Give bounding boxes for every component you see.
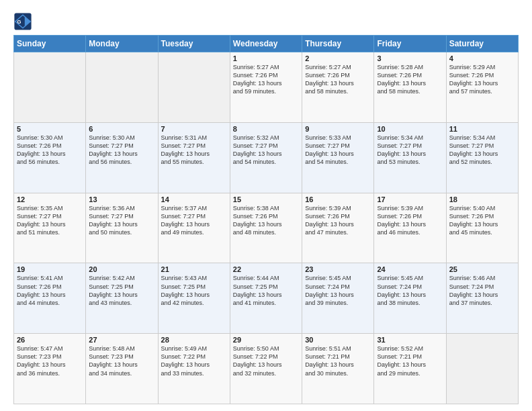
day-number: 31	[377, 336, 443, 344]
day-number: 24	[377, 265, 443, 273]
calendar-week-row: 1Sunrise: 5:27 AM Sunset: 7:26 PM Daylig…	[14, 52, 519, 123]
calendar-cell: 24Sunrise: 5:45 AM Sunset: 7:24 PM Dayli…	[374, 263, 446, 334]
day-info: Sunrise: 5:42 AM Sunset: 7:25 PM Dayligh…	[89, 274, 154, 307]
day-number: 1	[233, 54, 299, 62]
day-info: Sunrise: 5:29 AM Sunset: 7:26 PM Dayligh…	[449, 63, 515, 96]
calendar-cell: 23Sunrise: 5:45 AM Sunset: 7:24 PM Dayli…	[302, 263, 374, 334]
day-number: 14	[161, 195, 227, 203]
weekday-header-sunday: Sunday	[14, 36, 86, 52]
day-number: 30	[305, 336, 371, 344]
day-info: Sunrise: 5:40 AM Sunset: 7:26 PM Dayligh…	[449, 204, 515, 237]
day-number: 2	[305, 54, 371, 62]
day-number: 16	[305, 195, 371, 203]
day-number: 20	[89, 265, 154, 273]
weekday-header-monday: Monday	[86, 36, 158, 52]
weekday-header-saturday: Saturday	[446, 36, 518, 52]
day-number: 28	[161, 336, 227, 344]
day-number: 13	[89, 195, 154, 203]
day-info: Sunrise: 5:33 AM Sunset: 7:27 PM Dayligh…	[305, 134, 371, 167]
calendar-week-row: 5Sunrise: 5:30 AM Sunset: 7:26 PM Daylig…	[14, 122, 519, 193]
calendar-cell	[14, 52, 86, 123]
svg-text:G: G	[17, 19, 21, 25]
day-info: Sunrise: 5:34 AM Sunset: 7:27 PM Dayligh…	[377, 134, 443, 167]
day-info: Sunrise: 5:50 AM Sunset: 7:22 PM Dayligh…	[233, 345, 299, 377]
day-info: Sunrise: 5:51 AM Sunset: 7:21 PM Dayligh…	[305, 345, 371, 377]
calendar-cell: 18Sunrise: 5:40 AM Sunset: 7:26 PM Dayli…	[446, 193, 518, 263]
day-info: Sunrise: 5:45 AM Sunset: 7:24 PM Dayligh…	[377, 274, 443, 307]
calendar-cell: 20Sunrise: 5:42 AM Sunset: 7:25 PM Dayli…	[86, 263, 158, 334]
calendar-cell: 21Sunrise: 5:43 AM Sunset: 7:25 PM Dayli…	[158, 263, 230, 334]
day-number: 26	[17, 336, 83, 344]
calendar-cell: 16Sunrise: 5:39 AM Sunset: 7:26 PM Dayli…	[302, 193, 374, 263]
calendar-cell: 5Sunrise: 5:30 AM Sunset: 7:26 PM Daylig…	[14, 122, 86, 193]
day-info: Sunrise: 5:47 AM Sunset: 7:23 PM Dayligh…	[17, 345, 83, 377]
calendar-cell	[446, 334, 518, 404]
calendar-week-row: 26Sunrise: 5:47 AM Sunset: 7:23 PM Dayli…	[14, 334, 519, 404]
day-number: 3	[377, 54, 443, 62]
calendar-week-row: 19Sunrise: 5:41 AM Sunset: 7:26 PM Dayli…	[14, 263, 519, 334]
day-info: Sunrise: 5:27 AM Sunset: 7:26 PM Dayligh…	[305, 63, 371, 96]
day-info: Sunrise: 5:39 AM Sunset: 7:26 PM Dayligh…	[305, 204, 371, 237]
calendar-cell: 13Sunrise: 5:36 AM Sunset: 7:27 PM Dayli…	[86, 193, 158, 263]
calendar-cell: 30Sunrise: 5:51 AM Sunset: 7:21 PM Dayli…	[302, 334, 374, 404]
day-number: 8	[233, 125, 299, 133]
day-info: Sunrise: 5:44 AM Sunset: 7:25 PM Dayligh…	[233, 274, 299, 307]
logo: G	[13, 12, 34, 31]
calendar-cell: 2Sunrise: 5:27 AM Sunset: 7:26 PM Daylig…	[302, 52, 374, 123]
day-info: Sunrise: 5:30 AM Sunset: 7:27 PM Dayligh…	[89, 134, 154, 167]
header: G	[13, 12, 519, 31]
calendar-cell: 9Sunrise: 5:33 AM Sunset: 7:27 PM Daylig…	[302, 122, 374, 193]
day-info: Sunrise: 5:30 AM Sunset: 7:26 PM Dayligh…	[17, 134, 83, 167]
day-info: Sunrise: 5:48 AM Sunset: 7:23 PM Dayligh…	[89, 345, 154, 377]
day-number: 21	[161, 265, 227, 273]
calendar-cell: 4Sunrise: 5:29 AM Sunset: 7:26 PM Daylig…	[446, 52, 518, 123]
day-info: Sunrise: 5:27 AM Sunset: 7:26 PM Dayligh…	[233, 63, 299, 96]
day-number: 6	[89, 125, 154, 133]
calendar-cell	[158, 52, 230, 123]
calendar-cell: 17Sunrise: 5:39 AM Sunset: 7:26 PM Dayli…	[374, 193, 446, 263]
calendar-cell: 25Sunrise: 5:46 AM Sunset: 7:24 PM Dayli…	[446, 263, 518, 334]
day-info: Sunrise: 5:34 AM Sunset: 7:27 PM Dayligh…	[449, 134, 515, 167]
weekday-header-thursday: Thursday	[302, 36, 374, 52]
day-info: Sunrise: 5:43 AM Sunset: 7:25 PM Dayligh…	[161, 274, 227, 307]
day-info: Sunrise: 5:52 AM Sunset: 7:21 PM Dayligh…	[377, 345, 443, 377]
day-info: Sunrise: 5:46 AM Sunset: 7:24 PM Dayligh…	[449, 274, 515, 307]
day-number: 29	[233, 336, 299, 344]
calendar-week-row: 12Sunrise: 5:35 AM Sunset: 7:27 PM Dayli…	[14, 193, 519, 263]
calendar-cell: 28Sunrise: 5:49 AM Sunset: 7:22 PM Dayli…	[158, 334, 230, 404]
calendar-cell: 6Sunrise: 5:30 AM Sunset: 7:27 PM Daylig…	[86, 122, 158, 193]
weekday-header-friday: Friday	[374, 36, 446, 52]
logo-icon: G	[13, 12, 32, 31]
day-info: Sunrise: 5:35 AM Sunset: 7:27 PM Dayligh…	[17, 204, 83, 237]
calendar-cell: 29Sunrise: 5:50 AM Sunset: 7:22 PM Dayli…	[230, 334, 302, 404]
calendar-cell: 12Sunrise: 5:35 AM Sunset: 7:27 PM Dayli…	[14, 193, 86, 263]
day-info: Sunrise: 5:31 AM Sunset: 7:27 PM Dayligh…	[161, 134, 227, 167]
calendar-cell: 1Sunrise: 5:27 AM Sunset: 7:26 PM Daylig…	[230, 52, 302, 123]
day-info: Sunrise: 5:32 AM Sunset: 7:27 PM Dayligh…	[233, 134, 299, 167]
day-info: Sunrise: 5:38 AM Sunset: 7:26 PM Dayligh…	[233, 204, 299, 237]
day-number: 22	[233, 265, 299, 273]
page: G SundayMondayTuesdayWednesdayThursdayFr…	[0, 0, 532, 411]
day-number: 12	[17, 195, 83, 203]
day-number: 15	[233, 195, 299, 203]
calendar-cell: 7Sunrise: 5:31 AM Sunset: 7:27 PM Daylig…	[158, 122, 230, 193]
day-number: 7	[161, 125, 227, 133]
calendar-cell: 19Sunrise: 5:41 AM Sunset: 7:26 PM Dayli…	[14, 263, 86, 334]
day-info: Sunrise: 5:41 AM Sunset: 7:26 PM Dayligh…	[17, 274, 83, 307]
day-info: Sunrise: 5:36 AM Sunset: 7:27 PM Dayligh…	[89, 204, 154, 237]
calendar-cell: 11Sunrise: 5:34 AM Sunset: 7:27 PM Dayli…	[446, 122, 518, 193]
day-number: 19	[17, 265, 83, 273]
day-number: 11	[449, 125, 515, 133]
day-number: 18	[449, 195, 515, 203]
calendar-cell: 15Sunrise: 5:38 AM Sunset: 7:26 PM Dayli…	[230, 193, 302, 263]
weekday-header-tuesday: Tuesday	[158, 36, 230, 52]
calendar-cell: 14Sunrise: 5:37 AM Sunset: 7:27 PM Dayli…	[158, 193, 230, 263]
calendar-cell: 27Sunrise: 5:48 AM Sunset: 7:23 PM Dayli…	[86, 334, 158, 404]
day-number: 27	[89, 336, 154, 344]
day-number: 9	[305, 125, 371, 133]
day-number: 17	[377, 195, 443, 203]
calendar-cell: 8Sunrise: 5:32 AM Sunset: 7:27 PM Daylig…	[230, 122, 302, 193]
calendar-cell: 3Sunrise: 5:28 AM Sunset: 7:26 PM Daylig…	[374, 52, 446, 123]
day-info: Sunrise: 5:39 AM Sunset: 7:26 PM Dayligh…	[377, 204, 443, 237]
day-number: 25	[449, 265, 515, 273]
